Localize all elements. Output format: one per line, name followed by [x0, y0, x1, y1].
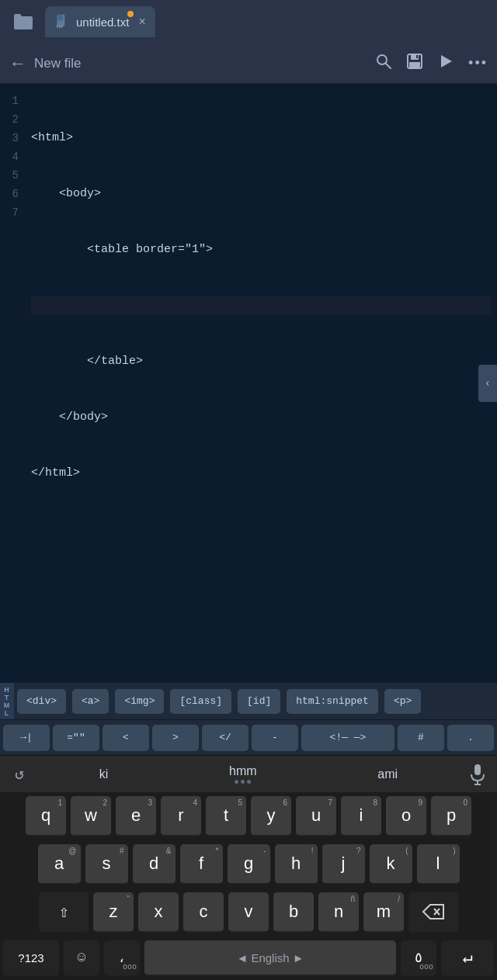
key-f[interactable]: * f [180, 844, 223, 885]
code-line-6: </body> [31, 408, 491, 427]
key-c[interactable]: c [183, 892, 224, 933]
key-s[interactable]: # s [85, 844, 128, 885]
keyboard-row-3: ⇧ " z x c v b ñ n / m [0, 888, 497, 937]
key-h[interactable]: ! h [275, 844, 318, 885]
toolbar: ← New file ••• [0, 43, 497, 84]
line-num-2: 2 [12, 110, 19, 129]
key-g[interactable]: - g [228, 844, 270, 885]
key-lt[interactable]: < [103, 725, 149, 751]
line-num-3: 3 [12, 129, 19, 147]
back-button[interactable]: ← [9, 54, 26, 74]
toolbar-title: New file [34, 56, 375, 71]
enter-key[interactable]: ↵ [441, 940, 494, 976]
prediction-dots [235, 780, 251, 784]
svg-rect-3 [57, 19, 63, 20]
key-l[interactable]: ) l [417, 844, 460, 885]
keyboard-row-1: 1 q 2 w 3 e 4 r 5 t 6 y 7 u 8 i [0, 792, 497, 840]
prediction-word-left[interactable]: ki [87, 761, 121, 788]
comma-key[interactable]: ، ooo [104, 940, 140, 976]
key-o[interactable]: 9 o [386, 796, 426, 836]
prediction-words: ki hmm ami [39, 758, 458, 790]
key-u[interactable]: 7 u [296, 796, 336, 836]
more-options-icon[interactable]: ••• [468, 55, 488, 71]
key-gt[interactable]: > [152, 725, 199, 751]
snippet-div[interactable]: <div> [17, 689, 66, 714]
unsaved-dot [127, 11, 134, 17]
line-num-5: 5 [12, 166, 19, 185]
key-n[interactable]: ñ n [318, 892, 359, 933]
folder-button[interactable] [6, 6, 40, 37]
svg-rect-9 [409, 62, 420, 68]
code-line-5: </table> [31, 352, 491, 371]
key-e[interactable]: 3 e [116, 796, 156, 836]
key-q[interactable]: 1 q [26, 796, 66, 836]
key-d[interactable]: & d [133, 844, 176, 885]
key-close-tag[interactable]: </ [202, 725, 248, 751]
key-m[interactable]: / m [363, 892, 404, 933]
key-w[interactable]: 2 w [71, 796, 111, 836]
prediction-word-right[interactable]: ami [365, 761, 410, 788]
line-num-6: 6 [12, 185, 19, 203]
line-num-7: 7 [12, 203, 19, 222]
special-keys-row: →| ="" < > </ - <!— —> # . [0, 719, 497, 755]
snippet-img[interactable]: <img> [115, 689, 164, 714]
shift-key[interactable]: ⇧ [39, 892, 89, 933]
key-comment[interactable]: <!— —> [301, 725, 394, 751]
line-numbers: 1 2 3 4 5 6 7 [0, 84, 25, 682]
file-tab[interactable]: txt untitled.txt × [45, 6, 155, 37]
mic-button[interactable] [458, 764, 497, 785]
editor-area[interactable]: 1 2 3 4 5 6 7 <html> <body> <table borde… [0, 84, 497, 682]
num-sym-key[interactable]: ?123 [3, 940, 59, 976]
code-line-7: </html> [31, 464, 491, 483]
key-hash[interactable]: # [398, 725, 444, 751]
prediction-word-center[interactable]: hmm [217, 758, 269, 790]
snippet-a[interactable]: <a> [72, 689, 109, 714]
key-z[interactable]: " z [93, 892, 134, 933]
keyboard: 1 q 2 w 3 e 4 r 5 t 6 y 7 u 8 i [0, 792, 497, 980]
key-k[interactable]: ( k [370, 844, 412, 885]
key-p[interactable]: 0 p [431, 796, 471, 836]
run-icon[interactable] [437, 53, 454, 74]
line-num-1: 1 [12, 92, 19, 110]
key-t[interactable]: 5 t [206, 796, 246, 836]
key-r[interactable]: 4 r [161, 796, 201, 836]
svg-rect-1 [57, 16, 62, 17]
tab-bar: txt untitled.txt × [0, 0, 497, 43]
svg-marker-11 [441, 55, 452, 68]
key-v[interactable]: v [228, 892, 269, 933]
key-j[interactable]: ? j [322, 844, 365, 885]
search-icon[interactable] [375, 53, 392, 74]
snippet-html[interactable]: html:snippet [287, 689, 378, 714]
html-snippet-toolbar: H T M L <div> <a> <img> [class] [id] htm… [0, 682, 497, 719]
code-line-1: <html> [31, 129, 491, 147]
backspace-key[interactable] [408, 892, 458, 933]
period-key[interactable]: ٥ ooo [401, 940, 436, 976]
key-tab[interactable]: →| [3, 725, 50, 751]
svg-text:txt: txt [57, 24, 64, 29]
tab-close-button[interactable]: × [138, 15, 145, 29]
key-a[interactable]: @ a [38, 844, 81, 885]
sidebar-toggle-button[interactable]: ‹ [478, 365, 497, 402]
keyboard-row-2: @ a # s & d * f - g ! h ? j ( k [0, 840, 497, 888]
prediction-refresh-button[interactable]: ↺ [0, 764, 39, 784]
save-icon[interactable] [406, 53, 423, 74]
key-b[interactable]: b [273, 892, 314, 933]
key-y[interactable]: 6 y [251, 796, 291, 836]
svg-line-6 [386, 63, 391, 68]
snippet-p[interactable]: <p> [384, 689, 421, 714]
svg-rect-2 [57, 17, 64, 18]
code-line-2: <body> [31, 185, 491, 203]
key-dash[interactable]: - [252, 725, 298, 751]
snippet-class[interactable]: [class] [170, 689, 231, 714]
key-attr[interactable]: ="" [53, 725, 99, 751]
snippet-id[interactable]: [id] [238, 689, 280, 714]
line-num-4: 4 [12, 147, 19, 166]
emoji-key[interactable]: ☺ [64, 940, 99, 976]
key-x[interactable]: x [138, 892, 179, 933]
key-i[interactable]: 8 i [341, 796, 381, 836]
toolbar-actions: ••• [375, 53, 488, 74]
svg-rect-12 [474, 764, 481, 775]
code-editor[interactable]: <html> <body> <table border="1"> </table… [25, 84, 497, 682]
space-key[interactable]: ◄ English ► [144, 940, 396, 976]
key-dot[interactable]: . [447, 725, 494, 751]
